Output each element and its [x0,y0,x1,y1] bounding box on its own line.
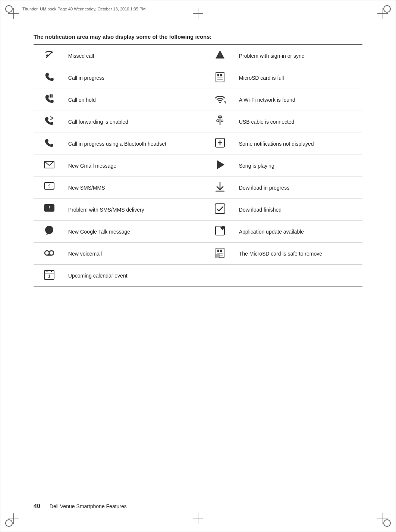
svg-rect-33 [217,250,219,252]
table-row: ! Problem with SMS/MMS delivery Download… [34,199,362,221]
right-label-cell: MicroSD card is full [236,67,362,89]
left-label-cell: New Google Talk message [65,221,192,243]
divider-cell [192,45,204,67]
crosshair-br [377,513,388,524]
right-label-cell: The MicroSD card is safe to remove [236,243,362,265]
footer-text: Dell Venue Smartphone Features [50,503,127,509]
table-row: 1 Upcoming calendar event [34,265,362,287]
svg-rect-26 [215,204,225,213]
table-row: Missed call ! Problem with sign-in or sy… [34,45,362,67]
svg-text:!: ! [48,205,50,210]
right-icon-cell [204,177,236,199]
right-label-cell: Some notifications not displayed [236,133,362,155]
left-icon-cell [34,45,65,67]
divider-cell [192,67,204,89]
svg-rect-15 [221,120,223,121]
svg-point-27 [45,226,53,234]
right-icon-cell [204,243,236,265]
divider-cell [192,243,204,265]
left-icon-cell: 1 [34,265,65,287]
right-icon-cell [204,67,236,89]
left-icon-cell [34,155,65,177]
right-label-cell: Download finished [236,199,362,221]
svg-rect-8 [51,94,53,98]
left-label-cell: New voicemail [65,243,192,265]
crosshair-tl [8,8,19,19]
left-label-cell: Call forwarding is enabled [65,111,192,133]
divider-cell [192,89,204,111]
svg-text:!: ! [219,53,221,58]
section-title: The notification area may also display s… [34,34,362,40]
main-content: The notification area may also display s… [34,34,362,287]
left-icon-cell [34,243,65,265]
crosshair-tm [193,8,203,19]
svg-rect-34 [220,250,222,252]
divider-cell [192,177,204,199]
right-label-cell: Song is playing [236,155,362,177]
svg-point-29 [45,251,49,255]
right-icon-cell [204,199,236,221]
divider-cell [192,155,204,177]
left-label-cell: New Gmail message [65,155,192,177]
svg-point-9 [219,102,221,103]
right-icon-cell [204,265,236,287]
left-icon-cell [34,133,65,155]
left-icon-cell: :) [34,177,65,199]
divider-cell [192,111,204,133]
right-label-cell: Application update available [236,221,362,243]
svg-rect-4 [220,74,222,76]
left-icon-cell [34,111,65,133]
svg-marker-20 [217,160,224,169]
icons-table: Missed call ! Problem with sign-in or sy… [34,44,362,287]
divider-cell [192,265,204,287]
svg-rect-2 [216,72,224,82]
table-row: Call on hold ? A Wi-Fi network is found [34,89,362,111]
left-label-cell: Call in progress [65,67,192,89]
svg-text:1: 1 [48,274,50,278]
left-icon-cell [34,89,65,111]
crosshair-tr [377,8,388,19]
table-row: New Gmail message Song is playing [34,155,362,177]
left-label-cell: Problem with SMS/MMS delivery [65,199,192,221]
right-label-cell [236,265,362,287]
left-icon-cell [34,67,65,89]
divider-cell [192,133,204,155]
table-row: Call in progress MicroSD card is full [34,67,362,89]
right-icon-cell [204,155,236,177]
right-icon-cell [204,221,236,243]
svg-text::): :) [48,184,51,188]
svg-text:?: ? [224,101,226,105]
right-icon-cell: ? [204,89,236,111]
right-icon-cell [204,133,236,155]
divider-cell [192,199,204,221]
svg-rect-3 [217,74,219,76]
left-label-cell: Call in progress using a Bluetooth heads… [65,133,192,155]
left-icon-cell [34,221,65,243]
right-label-cell: USB cable is connected [236,111,362,133]
crosshair-bm [193,513,203,524]
right-icon-cell: ! [204,45,236,67]
left-label-cell: Call on hold [65,89,192,111]
left-icon-cell: ! [34,199,65,221]
right-label-cell: A Wi-Fi network is found [236,89,362,111]
header-file-info: Thunder_UM.book Page 40 Wednesday, Octob… [22,7,145,11]
right-icon-cell [204,111,236,133]
page-number: 40 [34,503,40,510]
svg-point-14 [217,120,219,122]
table-row: Call in progress using a Bluetooth heads… [34,133,362,155]
footer: 40 Dell Venue Smartphone Features [34,503,127,510]
table-row: New Google Talk message Application upda… [34,221,362,243]
left-label-cell: Missed call [65,45,192,67]
left-label-cell: New SMS/MMS [65,177,192,199]
crosshair-bl [8,513,19,524]
svg-rect-6 [217,79,223,80]
table-row: Call forwarding is enabled USB cable is … [34,111,362,133]
left-label-cell: Upcoming calendar event [65,265,192,287]
divider-cell [192,221,204,243]
footer-separator [45,503,45,510]
svg-rect-7 [50,94,51,98]
svg-rect-5 [217,77,223,78]
right-label-cell: Problem with sign-in or sync [236,45,362,67]
right-label-cell: Download in progress [236,177,362,199]
table-row: :) New SMS/MMS Download in progress [34,177,362,199]
